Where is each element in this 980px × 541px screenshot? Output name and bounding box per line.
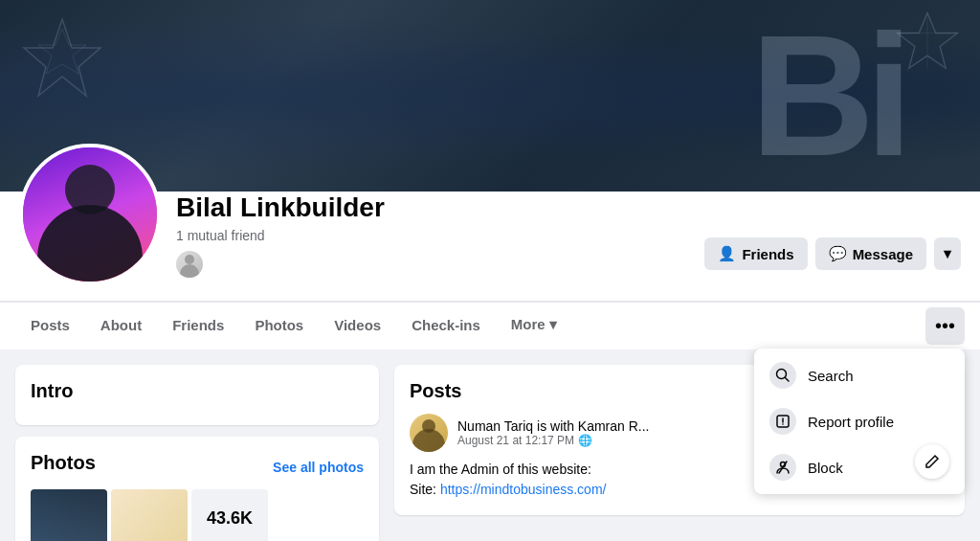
message-label: Message xyxy=(853,246,913,262)
tab-about[interactable]: About xyxy=(85,304,157,349)
photos-header: Photos See all photos xyxy=(31,452,364,482)
svg-marker-0 xyxy=(24,19,100,96)
cover-text: Bi xyxy=(750,10,903,182)
avatar xyxy=(19,144,161,285)
svg-point-9 xyxy=(782,423,784,425)
intro-card: Intro xyxy=(15,365,379,425)
friends-label: Friends xyxy=(742,246,793,262)
more-actions-button[interactable]: ▾ xyxy=(934,237,961,270)
mutual-friend-avatar xyxy=(176,251,203,278)
cover-decoration-left xyxy=(19,14,105,101)
photo-thumb-1[interactable] xyxy=(31,489,107,541)
edit-button[interactable] xyxy=(915,444,949,479)
profile-text: Bilal Linkbuilder 1 mutual friend xyxy=(176,192,704,285)
dropdown-report-label: Report profile xyxy=(808,414,894,430)
photos-grid: 43.6K xyxy=(31,489,364,541)
tab-checkins[interactable]: Check-ins xyxy=(396,304,496,349)
svg-line-6 xyxy=(786,378,790,382)
avatar-wrapper xyxy=(19,144,161,285)
tab-posts[interactable]: Posts xyxy=(15,304,85,349)
nav-more-button[interactable]: ••• xyxy=(925,307,965,345)
profile-name: Bilal Linkbuilder xyxy=(176,192,704,224)
tab-friends[interactable]: Friends xyxy=(157,304,239,349)
profile-actions: 👤 Friends 💬 Message ▾ xyxy=(704,237,961,285)
dropdown-menu: Search Report profile Block xyxy=(754,349,965,494)
nav-tabs: Posts About Friends Photos Videos Check-… xyxy=(0,302,980,349)
photo-thumb-2[interactable] xyxy=(111,489,188,541)
photo-count[interactable]: 43.6K xyxy=(191,489,268,541)
search-icon xyxy=(769,362,796,389)
tab-photos[interactable]: Photos xyxy=(239,304,319,349)
dropdown-search-label: Search xyxy=(808,368,854,384)
profile-info-row: Bilal Linkbuilder 1 mutual friend 👤 Frie… xyxy=(19,192,961,301)
friends-button[interactable]: 👤 Friends xyxy=(704,237,807,270)
photos-card: Photos See all photos 43.6K xyxy=(15,437,379,541)
globe-icon: 🌐 xyxy=(578,434,592,447)
mutual-friends-text: 1 mutual friend xyxy=(176,228,704,243)
report-icon xyxy=(769,408,796,435)
friends-icon: 👤 xyxy=(718,245,736,262)
block-icon xyxy=(769,454,796,481)
tagged-person: Kamran R... xyxy=(578,418,650,434)
left-column: Intro Photos See all photos 43.6K xyxy=(15,365,379,541)
avatar-person-silhouette xyxy=(23,147,157,282)
profile-section: Bilal Linkbuilder 1 mutual friend 👤 Frie… xyxy=(0,192,980,302)
post-author-avatar xyxy=(410,414,448,452)
with-text: is with xyxy=(537,418,578,434)
message-button[interactable]: 💬 Message xyxy=(815,237,926,270)
dropdown-block-label: Block xyxy=(808,460,843,476)
ellipsis-icon: ••• xyxy=(935,315,955,337)
messenger-icon: 💬 xyxy=(829,245,847,262)
photos-title: Photos xyxy=(31,452,96,474)
intro-title: Intro xyxy=(31,380,364,402)
tab-videos[interactable]: Videos xyxy=(319,304,396,349)
dropdown-report[interactable]: Report profile xyxy=(754,398,965,444)
post-link[interactable]: https://mindtobusiness.com/ xyxy=(440,482,607,497)
dropdown-search[interactable]: Search xyxy=(754,352,965,398)
edit-icon xyxy=(924,454,940,469)
see-all-photos-link[interactable]: See all photos xyxy=(273,460,364,475)
tab-more[interactable]: More ▾ xyxy=(496,303,572,349)
chevron-down-icon: ▾ xyxy=(944,245,951,262)
cover-decoration-right xyxy=(894,10,961,77)
